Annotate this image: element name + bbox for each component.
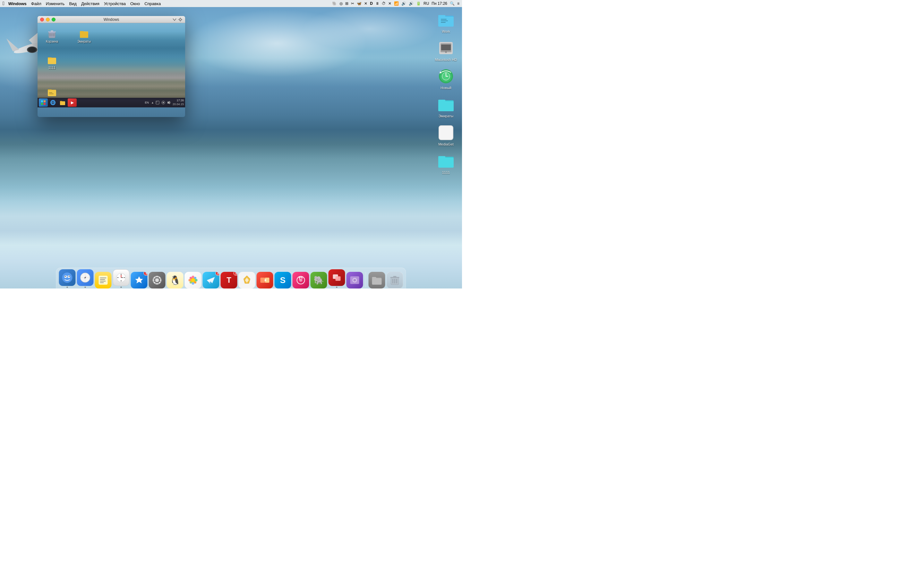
- time-machine-label: Новый: [441, 86, 451, 90]
- svg-rect-53: [44, 100, 45, 102]
- svg-rect-52: [41, 100, 43, 102]
- folder-1111-win-icon[interactable]: 1111: [42, 55, 61, 69]
- svg-rect-20: [439, 126, 453, 139]
- dock-notes[interactable]: [95, 272, 111, 288]
- close-button[interactable]: [40, 18, 44, 21]
- taskbar-icon2[interactable]: [161, 100, 166, 105]
- taskbar-lang[interactable]: EN: [145, 101, 149, 104]
- status3[interactable]: ✂: [351, 1, 354, 6]
- work-desktop-folder[interactable]: Work: [433, 10, 459, 35]
- svg-point-79: [85, 277, 86, 278]
- svg-rect-120: [299, 277, 302, 277]
- dock-evernote[interactable]: 🐘: [310, 272, 327, 288]
- evernote-menubar-icon[interactable]: 🐘: [332, 1, 337, 6]
- taskbar-icon1[interactable]: [155, 100, 160, 105]
- mediaget-icon[interactable]: MediaGet: [433, 122, 459, 147]
- status1[interactable]: ◎: [339, 1, 342, 6]
- menu-help[interactable]: Справка: [144, 1, 161, 6]
- parallels-dot: [336, 287, 338, 288]
- menu-edit[interactable]: Изменить: [46, 1, 65, 6]
- taskbar-volume-icon[interactable]: [167, 100, 171, 105]
- menu-view[interactable]: Вид: [69, 1, 77, 6]
- dock-sysprefs[interactable]: [149, 272, 166, 288]
- taskbar-right: EN ▲ 17:26: [145, 99, 184, 106]
- maximize-button[interactable]: [52, 18, 55, 21]
- gear-icon[interactable]: [178, 17, 183, 22]
- menu-devices[interactable]: Устройства: [104, 1, 126, 6]
- dock-telegram[interactable]: 2: [203, 272, 220, 288]
- svg-rect-113: [260, 277, 265, 283]
- folder-taskbar-button[interactable]: [58, 98, 67, 107]
- menu-window[interactable]: Окно: [130, 1, 140, 6]
- status4[interactable]: 🦋: [357, 1, 362, 6]
- dock-appstore[interactable]: 1: [131, 272, 148, 288]
- dock-folder[interactable]: [368, 272, 385, 288]
- media-button[interactable]: ▶: [68, 98, 77, 107]
- battery-icon[interactable]: 🔋: [416, 1, 421, 6]
- dock: 1: [56, 268, 406, 288]
- svg-rect-36: [48, 31, 56, 32]
- dock-iphoto[interactable]: [347, 272, 363, 288]
- dock-clock[interactable]: [113, 269, 129, 288]
- menubar:  Windows Файл Изменить Вид Действия Уст…: [0, 0, 462, 7]
- dock-transmit[interactable]: [257, 272, 273, 288]
- dock-parallels[interactable]: [328, 269, 345, 288]
- emirates-win-icon[interactable]: Эмираты: [74, 29, 94, 43]
- svg-rect-46: [48, 58, 56, 64]
- recycle-bin-icon[interactable]: Корзина: [42, 29, 61, 43]
- finder-dot: [67, 287, 68, 288]
- apple-menu[interactable]: : [3, 1, 5, 6]
- folder-1111-icon[interactable]: 1111: [433, 151, 459, 176]
- dock-separator: [366, 272, 366, 287]
- svg-rect-131: [393, 276, 397, 277]
- volume-icon[interactable]: 🔊: [401, 1, 406, 6]
- minimize-button[interactable]: [46, 18, 50, 21]
- menu-windows[interactable]: Windows: [8, 1, 27, 6]
- datetime: Пн 17:26: [431, 1, 447, 6]
- wifi-icon[interactable]: 📶: [394, 1, 399, 6]
- svg-point-101: [159, 282, 160, 284]
- d1-icon[interactable]: D: [370, 1, 373, 6]
- svg-rect-43: [80, 32, 88, 38]
- windows-wallpaper: Корзина Эмираты: [37, 23, 185, 107]
- ie-button[interactable]: [48, 98, 57, 107]
- dock-toolbox[interactable]: T 1: [221, 272, 237, 288]
- emirates-folder-icon[interactable]: Эмираты: [433, 94, 459, 119]
- spotlight-icon[interactable]: 🔍: [450, 1, 455, 6]
- macintosh-hd-icon[interactable]: Macintosh HD: [433, 38, 459, 63]
- pause-icon[interactable]: ⏸: [375, 1, 379, 6]
- time-machine-icon[interactable]: Новый: [433, 66, 459, 91]
- svg-rect-5: [441, 22, 446, 23]
- dock-photos[interactable]: [185, 272, 202, 288]
- dock-itunes[interactable]: [292, 272, 309, 288]
- dock-trash[interactable]: [387, 272, 403, 288]
- svg-point-125: [354, 279, 356, 282]
- dock-safari[interactable]: [77, 269, 94, 288]
- status5[interactable]: ✕: [364, 1, 367, 6]
- dock-finder[interactable]: [59, 269, 76, 288]
- menu-actions[interactable]: Действия: [81, 1, 99, 6]
- start-button[interactable]: [39, 98, 48, 107]
- clock-icon[interactable]: ⏱: [382, 1, 386, 6]
- svg-point-96: [153, 279, 154, 281]
- lang-indicator[interactable]: RU: [423, 1, 429, 6]
- bt-icon[interactable]: ✕: [388, 1, 391, 6]
- dock-sketch[interactable]: [239, 272, 255, 288]
- svg-point-71: [65, 276, 66, 277]
- dock-skype[interactable]: S: [275, 272, 291, 288]
- svg-point-108: [194, 277, 196, 279]
- notification-icon[interactable]: ≡: [457, 1, 459, 6]
- dropdown-icon[interactable]: [172, 17, 177, 22]
- emirates-win-label: Эмираты: [78, 40, 91, 43]
- svg-rect-83: [100, 281, 106, 282]
- svg-rect-2: [438, 17, 454, 27]
- svg-rect-128: [372, 278, 382, 285]
- folder-1111-label: 1111: [442, 171, 450, 174]
- windows-desktop: Корзина Эмираты: [37, 23, 185, 107]
- menu-file[interactable]: Файл: [31, 1, 41, 6]
- svg-point-103: [192, 276, 194, 278]
- dock-cyberduck[interactable]: 🐧: [167, 272, 184, 288]
- windows-taskbar: ▶ EN ▲: [37, 98, 185, 107]
- taskbar-arrows[interactable]: ▲: [151, 101, 154, 104]
- status2[interactable]: ⊞: [345, 1, 349, 6]
